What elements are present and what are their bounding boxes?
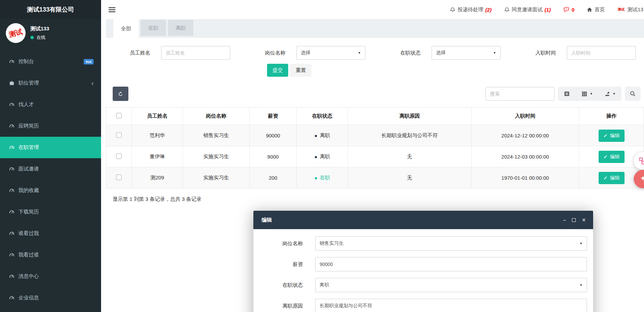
column-header[interactable]: 薪资 (250, 107, 297, 125)
user-menu[interactable]: 测试 测试13 (617, 5, 643, 14)
modal-reason-textarea[interactable]: 长期职业规划与公司不符 (315, 299, 587, 312)
cell-name: 测209 (132, 167, 183, 189)
hire-date-input[interactable] (571, 50, 631, 56)
sidebar-item-职位管理[interactable]: 职位管理‹ (0, 72, 101, 94)
edit-button[interactable]: 编辑 (599, 130, 625, 142)
comments-icon (563, 6, 570, 13)
tachometer-icon (9, 231, 15, 237)
tachometer-icon (9, 209, 15, 215)
tab-employed[interactable]: 在职 (141, 20, 166, 36)
status-select[interactable]: 选择 ▼ (432, 46, 501, 60)
sidebar-item-我的收藏[interactable]: 我的收藏 (0, 180, 101, 201)
sidebar-item-我看过谁[interactable]: 我看过谁 (0, 244, 101, 266)
sidebar-item-谁看过我[interactable]: 谁看过我 (0, 223, 101, 244)
user-status: 在线 (30, 34, 49, 41)
column-header[interactable]: 离职原因 (348, 107, 472, 125)
reset-button[interactable]: 重置 (290, 64, 311, 77)
sidebar-item-找人才[interactable]: 找人才 (0, 94, 101, 115)
status-badge: ●在职 (314, 175, 330, 181)
hamburger-icon[interactable] (109, 6, 115, 13)
search-input[interactable] (486, 87, 555, 101)
tab-resigned[interactable]: 离职 (168, 20, 193, 36)
sidebar-item-label: 面试邀请 (18, 166, 94, 172)
tachometer-icon (9, 188, 15, 194)
search-button[interactable] (625, 87, 641, 101)
pencil-icon (603, 154, 608, 159)
tachometer-icon (9, 123, 15, 129)
filter-label-name: 员工姓名 (106, 50, 150, 56)
edit-button[interactable]: 编辑 (599, 151, 625, 163)
position-select[interactable]: 选择 ▼ (296, 46, 365, 60)
bell-icon (504, 7, 510, 13)
caret-down-icon: ▼ (579, 283, 583, 287)
caret-down-icon: ▼ (590, 92, 593, 95)
company-title: 测试133有限公司 (0, 0, 101, 19)
edit-button[interactable]: 编辑 (599, 172, 625, 184)
modal-header[interactable]: 编辑 − × (253, 211, 593, 229)
sidebar: 测试133有限公司 测试 测试133 在线 控制台hot职位管理‹找人才应聘简历… (0, 0, 101, 312)
status-badge: ●离职 (314, 153, 330, 160)
row-checkbox[interactable] (116, 153, 122, 159)
cell-salary: 9000 (250, 146, 297, 167)
column-header[interactable]: 操作 (579, 107, 644, 125)
maximize-icon[interactable] (572, 218, 576, 222)
user-status-label: 在线 (37, 34, 45, 41)
sidebar-item-下载简历[interactable]: 下载简历 (0, 201, 101, 223)
cell-name: 范利华 (132, 125, 183, 146)
messages-button[interactable]: 0 (563, 6, 574, 13)
cell-reason: 长期职业规划与公司不符 (348, 125, 472, 146)
search-icon (630, 91, 636, 97)
message-count: 0 (572, 7, 574, 13)
avatar-text: 测试 (8, 27, 23, 39)
cell-position: 实施实习生 (183, 167, 250, 189)
row-checkbox[interactable] (116, 132, 122, 138)
table-row: 董伊琳实施实习生9000●离职无2024-12-03 00:00:00编辑 (106, 146, 644, 167)
table-row: 范利华销售实习生90000●离职长期职业规划与公司不符2024-12-12 00… (106, 125, 644, 146)
modal-label-position: 岗位名称 (265, 236, 303, 251)
modal-position-select[interactable]: 销售实习生 ▼ (315, 236, 587, 251)
home-icon (587, 7, 592, 13)
submit-button[interactable]: 提交 (267, 64, 288, 77)
notification-pending[interactable]: 投递待处理(2) (450, 6, 491, 13)
modal-label-reason: 离职原因 (265, 299, 303, 312)
column-header[interactable]: 岗位名称 (183, 107, 250, 125)
sidebar-item-label: 下载简历 (18, 209, 94, 215)
status-badge: ●离职 (314, 132, 330, 139)
close-icon[interactable]: × (582, 217, 586, 223)
tachometer-icon (9, 295, 15, 301)
sidebar-item-应聘简历[interactable]: 应聘简历 (0, 115, 101, 137)
chevron-left-icon: ‹ (92, 80, 94, 86)
select-all-checkbox[interactable] (116, 113, 122, 118)
column-header[interactable]: 入职时间 (472, 107, 579, 125)
row-checkbox[interactable] (116, 175, 122, 180)
tachometer-icon (9, 252, 15, 258)
toggle-view-button[interactable] (558, 87, 576, 101)
columns-grid-icon (582, 91, 587, 97)
modal-status-select[interactable]: 离职 ▼ (315, 278, 587, 292)
export-button[interactable]: ▼ (599, 87, 621, 101)
sidebar-item-label: 在职管理 (18, 144, 94, 151)
sidebar-item-label: 我看过谁 (18, 252, 94, 258)
modal-label-salary: 薪资 (265, 257, 303, 271)
filter-label-position: 岗位名称 (241, 50, 285, 56)
sidebar-item-控制台[interactable]: 控制台hot (0, 51, 101, 72)
column-header[interactable]: 员工姓名 (132, 107, 183, 125)
refresh-icon (118, 91, 123, 96)
employee-name-input[interactable] (166, 50, 226, 56)
sidebar-item-label: 应聘简历 (18, 123, 94, 129)
filter-label-status: 在职状态 (376, 50, 421, 56)
columns-button[interactable]: ▼ (576, 87, 599, 101)
refresh-button[interactable] (113, 87, 128, 101)
minimize-icon[interactable]: − (563, 218, 566, 223)
sidebar-item-消息中心[interactable]: 消息中心 (0, 266, 101, 287)
tachometer-icon (9, 59, 15, 65)
notification-interview[interactable]: 同意邀请面试(1) (504, 6, 551, 13)
sidebar-item-在职管理[interactable]: 在职管理 (0, 137, 101, 158)
sidebar-item-面试邀请[interactable]: 面试邀请 (0, 158, 101, 180)
tab-all[interactable]: 全部 (113, 19, 139, 38)
column-header[interactable]: 在职状态 (297, 107, 348, 125)
modal-salary-input[interactable] (320, 262, 583, 267)
sidebar-item-企业信息[interactable]: 企业信息 (0, 287, 101, 309)
home-button[interactable]: 首页 (587, 6, 605, 13)
cell-date: 1970-01-01 00:00:00 (472, 167, 579, 189)
